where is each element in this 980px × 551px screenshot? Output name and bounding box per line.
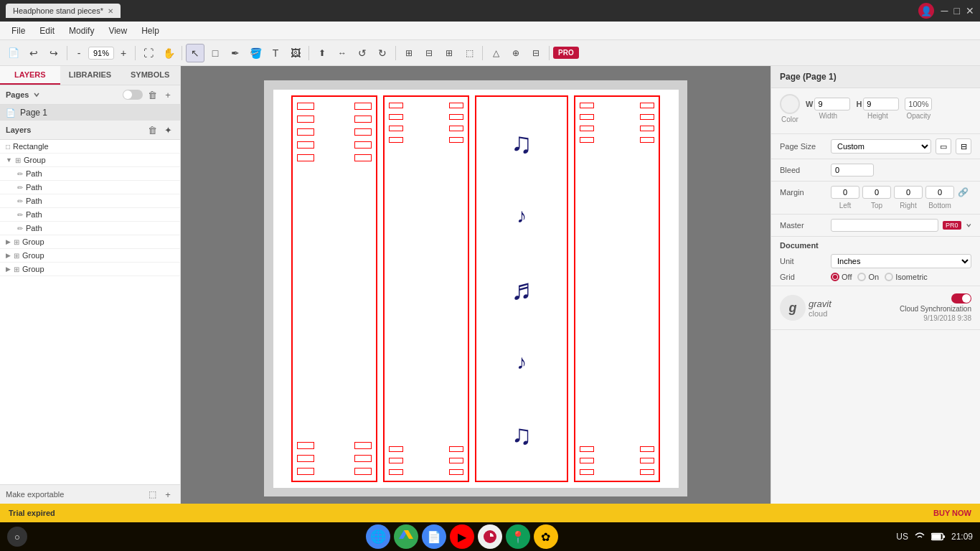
make-exportable-label: Make exportable [6,490,64,499]
margin-left-input[interactable] [831,186,859,199]
battery-icon [931,532,946,541]
ungroup-button[interactable]: ⊟ [420,44,438,62]
grid-off-option[interactable]: Off [831,273,852,281]
menu-help[interactable]: Help [134,24,166,37]
page-icon: 📄 [6,108,16,118]
add-layer-button[interactable]: ✦ [161,123,174,136]
layer-group-2[interactable]: ▶ ⊞ Group [0,235,180,249]
margin-bottom-input[interactable] [925,186,954,199]
opacity-prop: 100% Opacity [905,98,932,120]
combine-button[interactable]: ⊞ [440,44,458,62]
layer-group-1[interactable]: ▼ ⊞ Group [0,154,180,167]
bleed-row: Bleed [780,164,971,176]
cloud-sync-date: 9/19/2018 9:38 [923,314,971,322]
layer-path-3[interactable]: ✏ Path [0,194,180,208]
minimize-button[interactable]: ─ [941,6,948,16]
add-page-button[interactable]: + [161,88,174,101]
pages-toggle[interactable] [123,90,143,100]
main-area: LAYERS LIBRARIES SYMBOLS Pages 🗑 + 📄 Pag… [0,66,980,504]
image-tool-button[interactable]: 🖼 [286,44,305,62]
text-tool-button[interactable]: T [266,44,285,62]
pro-button[interactable]: PRO [553,47,579,59]
layer-group-4[interactable]: ▶ ⊞ Group [0,263,180,276]
path-icon-1: ✏ [17,170,23,178]
pen-tool-button[interactable]: ✒ [226,44,245,62]
page-item-1[interactable]: 📄 Page 1 [0,105,180,121]
hand-tool-button[interactable]: ✋ [159,44,178,62]
taskbar-docs[interactable]: 📄 [422,524,446,549]
color-swatch[interactable] [780,94,800,114]
grid-options: Off On Isometric [831,273,928,281]
toolbar: 📄 ↩ ↪ - 91% + ⛶ ✋ ↖ □ ✒ 🪣 T 🖼 ⬆ ↔ ↺ ↻ ⊞ … [0,40,980,66]
tab-close-icon[interactable]: ✕ [108,7,113,15]
margin-top-input[interactable] [862,186,891,199]
page-size-select[interactable]: Custom A4 Letter [831,139,931,154]
link-margins-button[interactable]: 🔗 [957,187,969,198]
layer-group-3[interactable]: ▶ ⊞ Group [0,249,180,263]
buy-now-button[interactable]: BUY NOW [933,509,971,517]
zoom-out-button[interactable]: - [71,44,87,62]
bleed-input[interactable] [831,164,874,176]
app-tab[interactable]: Headphone stand pieces* ✕ [6,4,121,18]
unit-select[interactable]: Inches Pixels Centimeters Millimeters [831,254,971,268]
group-button[interactable]: ⊞ [400,44,418,62]
master-input[interactable] [831,219,938,232]
distribute-button[interactable]: △ [486,44,505,62]
unit-row: Unit Inches Pixels Centimeters Millimete… [780,254,971,268]
close-button[interactable]: ✕ [966,6,974,16]
taskbar-drive[interactable] [394,524,418,549]
shape-tool-button[interactable]: □ [206,44,225,62]
new-button[interactable]: 📄 [4,44,23,62]
taskbar-maps[interactable]: 📍 [506,524,530,549]
layer-path-1[interactable]: ✏ Path [0,167,180,181]
flip-h-button[interactable]: ↔ [333,44,352,62]
menu-file[interactable]: File [4,24,32,37]
zoom-in-button[interactable]: + [116,44,131,62]
portrait-button[interactable]: ▭ [936,138,951,154]
layer-path-2-label: Path [26,183,174,192]
tab-libraries[interactable]: LIBRARIES [60,66,121,85]
width-input[interactable] [814,98,850,110]
fill-tool-button[interactable]: 🪣 [246,44,265,62]
align-button[interactable]: ⬆ [313,44,331,62]
taskbar-photos[interactable]: ✿ [534,524,558,549]
delete-layer-button[interactable]: 🗑 [146,123,159,136]
start-button[interactable]: ○ [7,527,27,547]
menu-modify[interactable]: Modify [62,24,101,37]
tab-symbols[interactable]: SYMBOLS [120,66,180,85]
avatar[interactable]: 👤 [918,3,934,19]
layer-path-2[interactable]: ✏ Path [0,181,180,194]
grid-isometric-label: Isometric [895,273,928,281]
bool-ops-button[interactable]: ⊕ [507,44,525,62]
redo-button[interactable]: ↪ [44,44,63,62]
landscape-button[interactable]: ⊟ [956,138,971,154]
taskbar-gravit[interactable] [478,524,502,549]
export-icon[interactable]: ⬚ [146,488,159,501]
select-tool-button[interactable]: ↖ [186,44,204,62]
transform-button[interactable]: ⊟ [527,44,545,62]
mask-button[interactable]: ⬚ [460,44,479,62]
margin-right-input[interactable] [894,186,923,199]
taskbar-chrome[interactable]: 🌐 [366,524,390,549]
tab-layers[interactable]: LAYERS [0,66,60,85]
cloud-sync-toggle[interactable] [951,293,971,303]
canvas-area[interactable]: ♫ ♪ ♬ ♪ ♫ [181,66,771,504]
add-export-button[interactable]: + [161,488,174,501]
delete-page-button[interactable]: 🗑 [146,88,159,101]
layer-path-5[interactable]: ✏ Path [0,222,180,235]
opacity-label: Opacity [906,112,930,120]
grid-on-option[interactable]: On [857,273,879,281]
menu-view[interactable]: View [101,24,134,37]
layer-rectangle[interactable]: □ Rectangle [0,140,180,154]
page-size-row: Page Size Custom A4 Letter ▭ ⊟ [780,138,971,154]
undo-button[interactable]: ↩ [24,44,43,62]
grid-isometric-option[interactable]: Isometric [885,273,928,281]
fit-button[interactable]: ⛶ [139,44,158,62]
redo2-button[interactable]: ↻ [373,44,392,62]
undo2-button[interactable]: ↺ [353,44,372,62]
maximize-button[interactable]: □ [954,6,960,16]
menu-edit[interactable]: Edit [32,24,62,37]
height-input[interactable] [863,98,899,110]
taskbar-youtube[interactable]: ▶ [450,524,474,549]
layer-path-4[interactable]: ✏ Path [0,208,180,222]
